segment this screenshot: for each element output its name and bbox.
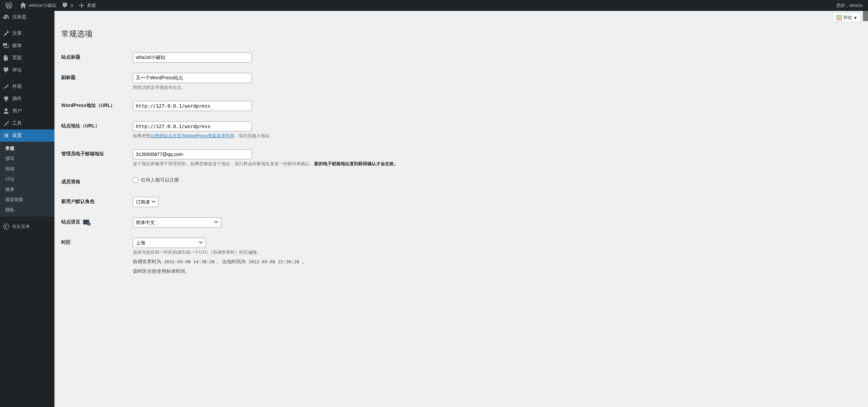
submenu-reading[interactable]: 阅读 bbox=[0, 164, 54, 174]
user-icon bbox=[3, 108, 10, 114]
comment-icon bbox=[62, 2, 68, 9]
collapse-menu[interactable]: 收起菜单 bbox=[0, 220, 54, 233]
select-timezone[interactable]: 上海 bbox=[133, 238, 206, 248]
settings-form: 站点标题 副标题 用简洁的文字描述本站点。 WordPress地址（URL） 站… bbox=[61, 47, 861, 280]
media-icon bbox=[3, 42, 10, 49]
help-tab[interactable]: 帮助 ▼ bbox=[833, 14, 862, 22]
menu-tools[interactable]: 工具 bbox=[0, 117, 54, 129]
menu-posts[interactable]: 文章 bbox=[0, 27, 54, 40]
timezone-times: 协调世界时为 2022-03-08 14:38:28。 当地时间为 2022-0… bbox=[133, 259, 858, 265]
new-content-menu[interactable]: 新建 bbox=[76, 0, 99, 11]
desc-site-url: 如果您想让您的站点主页与WordPress安装目录不同，请在此输入地址。 bbox=[133, 133, 858, 139]
wp-logo-menu[interactable] bbox=[3, 0, 17, 11]
pages-icon bbox=[3, 54, 10, 61]
label-site-lang: 站点语言 bbox=[61, 212, 129, 233]
image-placeholder-icon bbox=[836, 15, 842, 20]
menu-settings[interactable]: 设置 bbox=[0, 129, 54, 142]
submenu-discussion[interactable]: 讨论 bbox=[0, 174, 54, 184]
pin-icon bbox=[3, 30, 10, 37]
checkbox-membership[interactable] bbox=[133, 177, 138, 183]
label-timezone: 时区 bbox=[61, 233, 129, 280]
plugin-icon bbox=[3, 95, 10, 102]
desc-tagline: 用简洁的文字描述本站点。 bbox=[133, 84, 858, 91]
greeting-text: 您好，wha1e bbox=[836, 2, 863, 9]
brush-icon bbox=[3, 83, 10, 90]
menu-pages[interactable]: 页面 bbox=[0, 52, 54, 64]
svg-point-0 bbox=[3, 224, 9, 229]
site-name-label: wha1e/小破站 bbox=[29, 2, 56, 9]
label-default-role: 新用户默认角色 bbox=[61, 192, 129, 212]
input-tagline[interactable] bbox=[133, 73, 252, 83]
menu-appearance[interactable]: 外观 bbox=[0, 80, 54, 93]
label-wp-url: WordPress地址（URL） bbox=[61, 96, 129, 116]
home-icon bbox=[20, 2, 27, 9]
label-admin-email: 管理员电子邮箱地址 bbox=[61, 144, 129, 172]
submenu-privacy[interactable]: 隐私 bbox=[0, 205, 54, 215]
submenu-writing[interactable]: 撰写 bbox=[0, 154, 54, 164]
scrollbar-thumb[interactable] bbox=[863, 11, 868, 21]
collapse-icon bbox=[3, 223, 10, 230]
menu-users[interactable]: 用户 bbox=[0, 105, 54, 117]
comments-menu[interactable]: 0 bbox=[59, 0, 76, 11]
my-account-menu[interactable]: 您好，wha1e bbox=[834, 0, 865, 11]
plus-icon bbox=[78, 2, 85, 9]
timezone-std: 该时区当前使用标准时间。 bbox=[133, 268, 858, 275]
submenu-permalinks[interactable]: 固定链接 bbox=[0, 194, 54, 205]
comments-icon bbox=[3, 67, 10, 74]
admin-sidebar: 仪表盘 文章 媒体 页面 评论 外观 插件 用户 工具 设置 常规 撰写 阅读 … bbox=[0, 11, 54, 286]
input-wp-url[interactable] bbox=[133, 101, 252, 111]
submenu-media[interactable]: 媒体 bbox=[0, 184, 54, 194]
comments-count: 0 bbox=[70, 3, 73, 8]
page-title: 常规选项 bbox=[61, 26, 861, 41]
link-different-dir[interactable]: 让您的站点主页与WordPress安装目录不同 bbox=[150, 133, 234, 138]
chevron-down-icon: ▼ bbox=[853, 15, 857, 20]
submenu-general[interactable]: 常规 bbox=[0, 143, 54, 154]
label-site-title: 站点标题 bbox=[61, 47, 129, 68]
settings-icon bbox=[3, 132, 10, 139]
dashboard-icon bbox=[3, 14, 10, 20]
menu-media[interactable]: 媒体 bbox=[0, 40, 54, 52]
wordpress-icon bbox=[5, 2, 12, 9]
main-content: 帮助 ▼ 常规选项 站点标题 副标题 用简洁的文字描述本站点。 WordPres… bbox=[54, 11, 868, 286]
menu-plugins[interactable]: 插件 bbox=[0, 93, 54, 105]
menu-dashboard[interactable]: 仪表盘 bbox=[0, 11, 54, 23]
label-membership: 成员资格 bbox=[61, 172, 129, 192]
input-site-url[interactable] bbox=[133, 121, 252, 131]
utc-time: 2022-03-08 14:38:28 bbox=[163, 259, 216, 265]
site-name-menu[interactable]: wha1e/小破站 bbox=[17, 0, 59, 11]
local-time: 2022-03-08 22:38:28 bbox=[247, 259, 301, 265]
translate-icon bbox=[83, 220, 89, 224]
wrench-icon bbox=[3, 120, 10, 127]
label-tagline: 副标题 bbox=[61, 68, 129, 96]
checkbox-membership-label[interactable]: 任何人都可以注册 bbox=[133, 177, 179, 183]
desc-admin-email: 这个地址将被用于管理目的。如果您修改这个地址，我们将会向新地址发送一封邮件来确认… bbox=[133, 161, 858, 167]
select-default-role[interactable]: 订阅者 bbox=[133, 197, 159, 207]
desc-timezone: 选择与您在同一时区的城市或一个UTC（协调世界时）时区偏移。 bbox=[133, 249, 858, 255]
settings-submenu: 常规 撰写 阅读 讨论 媒体 固定链接 隐私 bbox=[0, 142, 54, 217]
select-site-lang[interactable]: 简体中文 bbox=[133, 217, 221, 228]
menu-comments[interactable]: 评论 bbox=[0, 64, 54, 76]
label-site-url: 站点地址（URL） bbox=[61, 116, 129, 144]
admin-bar: wha1e/小破站 0 新建 您好，wha1e bbox=[0, 0, 868, 11]
new-label: 新建 bbox=[87, 2, 96, 9]
input-site-title[interactable] bbox=[133, 52, 252, 63]
input-admin-email[interactable] bbox=[133, 149, 252, 159]
